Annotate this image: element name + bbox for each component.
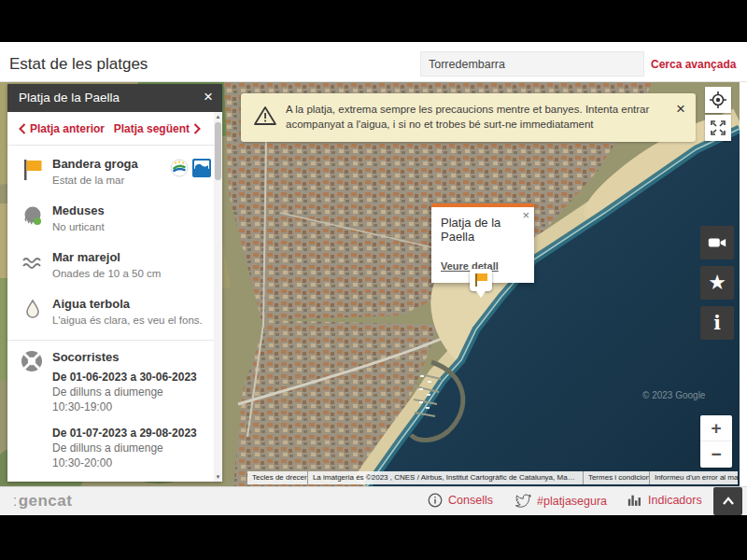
status-title: Bandera groga [52,157,170,172]
keyboard-shortcuts-link[interactable]: Tecles de drecera [247,471,308,484]
beach-warning-banner: A la platja, extrema sempre les precauci… [241,93,696,142]
popup-title: Platja de la Paella [431,207,534,245]
next-beach-link[interactable]: Platja següent [114,122,201,135]
chevron-up-icon [721,496,736,507]
imagery-credit: La imatgeria és ©2023 , CNES / Airbus, I… [308,471,584,484]
scrollbar-thumb[interactable] [215,122,221,180]
locate-button[interactable] [705,87,731,113]
footer-link-consells[interactable]: Consells [428,493,493,508]
lifebuoy-icon [21,350,52,482]
panel-header: Platja de la Paella × [7,84,222,112]
status-subtitle: No urticant [52,220,211,234]
scroll-down-icon[interactable]: ▼ [214,472,222,482]
info-button[interactable]: i [700,306,734,340]
viewport: Estat de les platges Cerca avançada [0,0,747,560]
google-watermark: © 2023 Google [642,390,705,400]
scroll-up-icon[interactable]: ▲ [214,112,222,121]
status-item-flag: Bandera groga Estat de la mar [7,146,222,192]
waves-icon [21,250,52,281]
blue-flag-icon [192,159,211,177]
advanced-search-link[interactable]: Cerca avançada [651,58,736,71]
beach-status-page: Estat de les platges Cerca avançada [0,42,747,515]
target-icon [709,91,727,109]
banner-close-icon[interactable]: × [676,101,685,118]
search-input[interactable] [420,51,644,77]
panel-title: Platja de la Paella [19,91,120,105]
collapse-footer-button[interactable] [713,487,742,515]
camera-icon [707,232,727,253]
footer-link-indicadors[interactable]: Indicadors [627,493,702,507]
info-circle-icon [428,493,443,508]
page-title: Estat de les platges [9,55,148,74]
gencat-logo[interactable]: ⁚gencat [13,492,72,511]
beach-pager: Platja anterior Platja següent [7,112,214,146]
status-item-sea: Mar marejol Onades de 10 a 50 cm [7,239,222,286]
beach-detail-panel: Platja de la Paella × Platja anterior Pl… [7,84,222,482]
report-error-link[interactable]: Informeu d'un error al mapa [650,471,738,484]
panel-body: Platja anterior Platja següent Bandera g… [7,112,222,482]
panel-scrollbar[interactable]: ▲ ▼ [214,112,222,482]
droplet-icon [21,297,52,328]
map-zoom-control: + − [700,415,732,468]
info-icon: i [713,312,721,334]
footer-bar: ⁚gencat Consells #platjasegura Indicador… [0,486,747,515]
status-title: Aigua terbola [52,297,211,312]
lifeguards-title: Socorristes [52,350,197,364]
chevron-left-icon [19,123,26,134]
eu-bathing-quality-icon [170,159,189,177]
yellow-flag-icon [475,273,477,287]
status-title: Meduses [52,203,211,218]
zoom-in-button[interactable]: + [700,415,732,441]
previous-beach-link[interactable]: Platja anterior [19,122,105,135]
expand-icon [709,119,727,137]
warning-text: A la platja, extrema sempre les precauci… [286,102,650,132]
status-subtitle: Onades de 10 a 50 cm [52,267,211,281]
popup-close-icon[interactable]: × [522,208,529,222]
map-attribution-bar: Tecles de drecera La imatgeria és ©2023 … [247,471,738,484]
zoom-out-button[interactable]: − [700,441,732,468]
fullscreen-button[interactable] [705,115,731,141]
jellyfish-icon [21,203,52,234]
lifeguard-schedule: De 01-06-2023 a 30-06-2023 De dilluns a … [52,370,197,414]
twitter-icon [515,493,531,509]
terms-link[interactable]: Termes i condicions [584,471,650,484]
webcam-button[interactable] [700,226,734,259]
beach-flag-marker[interactable] [470,269,492,291]
status-subtitle: Estat de la mar [52,174,170,188]
favorites-button[interactable]: ★ [700,266,734,300]
quality-badges [170,157,211,188]
yellow-flag-icon [21,157,52,188]
status-item-jellyfish: Meduses No urticant [7,192,222,239]
footer-link-platjasegura[interactable]: #platjasegura [515,493,607,509]
chevron-right-icon [193,123,201,134]
lifeguards-section: Socorristes De 01-06-2023 a 30-06-2023 D… [7,341,222,482]
status-title: Mar marejol [52,250,211,265]
warning-icon [253,105,277,131]
gencat-logo-mark: ⁚ [13,495,18,509]
lifeguard-schedule: De 01-07-2023 a 29-08-2023 De dilluns a … [52,426,197,470]
star-icon: ★ [708,271,726,295]
panel-close-icon[interactable]: × [204,88,213,106]
status-subtitle: L'aigua és clara, es veu el fons. [52,314,211,328]
status-item-water: Aigua terbola L'aigua és clara, es veu e… [7,286,222,332]
page-header: Estat de les platges Cerca avançada [0,49,747,82]
bar-chart-icon [627,493,642,507]
